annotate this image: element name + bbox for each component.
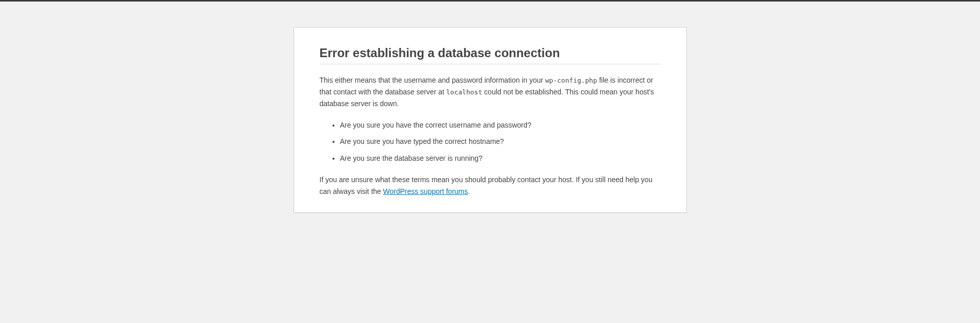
hostname-code: localhost	[446, 88, 482, 96]
error-page-container: Error establishing a database connection…	[294, 27, 687, 213]
error-description: This either means that the username and …	[320, 74, 661, 109]
help-paragraph: If you are unsure what these terms mean …	[320, 174, 661, 197]
text-fragment: If you are unsure what these terms mean …	[320, 176, 653, 195]
troubleshooting-checklist: Are you sure you have the correct userna…	[320, 119, 661, 164]
support-forums-link[interactable]: WordPress support forums	[383, 187, 468, 195]
list-item: Are you sure you have the correct userna…	[340, 119, 661, 131]
list-item: Are you sure you have typed the correct …	[340, 136, 661, 147]
list-item: Are you sure the database server is runn…	[340, 153, 661, 164]
text-fragment: .	[468, 187, 470, 195]
text-fragment: This either means that the username and …	[320, 76, 545, 84]
error-heading: Error establishing a database connection	[320, 46, 661, 64]
config-file-code: wp-config.php	[545, 77, 597, 84]
